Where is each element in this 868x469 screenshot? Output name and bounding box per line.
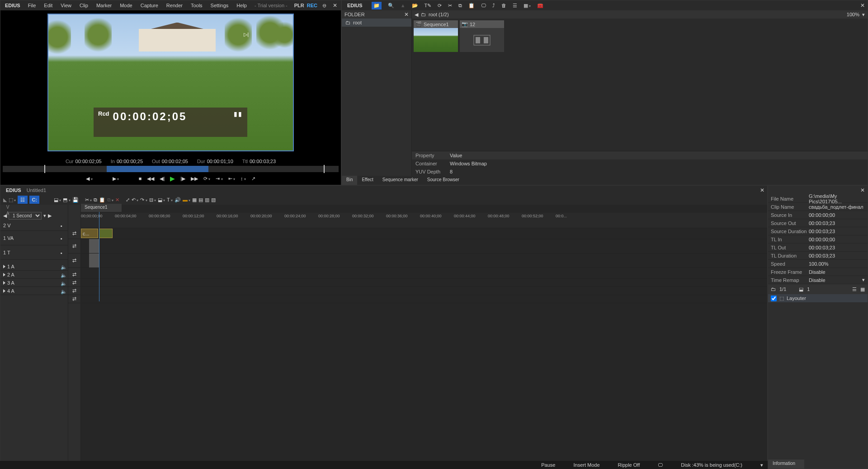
export-button[interactable]: ↗ xyxy=(251,176,255,182)
track-vol-icon[interactable]: 🔈 xyxy=(61,264,65,269)
menu-help[interactable]: Help xyxy=(233,3,250,8)
set-in-button[interactable]: ◀ xyxy=(86,176,92,182)
bin-clip-sequence1[interactable]: 🎬Sequence1 xyxy=(414,20,458,52)
folder-close-icon[interactable]: ✕ xyxy=(404,11,409,18)
tab-sequence-marker[interactable]: Sequence marker xyxy=(378,176,423,185)
tab-effect[interactable]: Effect xyxy=(357,176,377,185)
menu-tools[interactable]: Tools xyxy=(188,3,206,8)
timeline-clip-segment[interactable] xyxy=(89,239,99,253)
delete-icon[interactable]: 🗑 xyxy=(501,3,506,8)
out-value[interactable]: 00:00:02;05 xyxy=(162,159,188,164)
tl-tool1-icon[interactable]: ◣ xyxy=(3,197,7,203)
info-list-icon[interactable]: ☰ xyxy=(852,286,857,292)
tl-undo-icon[interactable]: ↶ xyxy=(132,197,138,203)
menu-view[interactable]: View xyxy=(57,3,75,8)
patch-1t[interactable]: ⇄ xyxy=(68,253,80,268)
menu-clip[interactable]: Clip xyxy=(76,3,91,8)
patch-1a[interactable]: ⇄ xyxy=(68,271,80,279)
view-mode-icon[interactable]: ▦ xyxy=(524,3,531,9)
open-icon[interactable]: 📂 xyxy=(412,3,418,9)
playhead[interactable] xyxy=(99,211,99,301)
set-out-button[interactable]: ▶ xyxy=(113,176,119,182)
tool-add-title-icon[interactable]: T✎ xyxy=(425,3,432,9)
timeline-ruler-area[interactable]: 00;00:00;00 00:00:04;00 00:00:08;00 00:0… xyxy=(81,205,767,469)
menu-marker[interactable]: Marker xyxy=(93,3,115,8)
back-icon[interactable]: ◀ xyxy=(415,12,418,18)
cut-icon[interactable]: ✂ xyxy=(448,3,452,9)
menu-edit[interactable]: Edit xyxy=(41,3,56,8)
track-header-4a[interactable]: 4 A🔈 xyxy=(0,287,68,295)
tl-group-icon[interactable]: ⊟ xyxy=(149,197,156,203)
track-vol-icon[interactable]: 🔈 xyxy=(61,289,65,293)
tl-save-icon[interactable]: 💾 xyxy=(72,197,79,203)
tl-render-icon[interactable]: ▬ xyxy=(183,197,190,202)
tl-paste-icon[interactable]: 📋 xyxy=(99,197,105,203)
tl-paste2-icon[interactable]: ⧉ xyxy=(107,197,113,203)
patch-4a[interactable]: ⇄ xyxy=(68,295,80,303)
close-icon[interactable]: ✕ xyxy=(331,1,339,9)
tool-properties-icon[interactable]: ⤴ xyxy=(492,3,495,8)
menu-file[interactable]: File xyxy=(25,3,39,8)
tl-copy-icon[interactable]: ⧉ xyxy=(94,197,97,203)
tl-layout4-icon[interactable]: ▧ xyxy=(211,197,216,203)
track-mute-icon[interactable]: ▪ xyxy=(61,250,65,255)
track-lane-1a[interactable] xyxy=(81,271,767,279)
track-lane-3a[interactable] xyxy=(81,287,767,295)
tl-redo-icon[interactable]: ↷ xyxy=(140,197,147,203)
bin-path-label[interactable]: root (1/2) xyxy=(429,12,449,17)
tool-register-icon[interactable]: 🖵 xyxy=(481,3,486,8)
track-header-1va[interactable]: 1 VA▪ xyxy=(0,231,68,245)
track-lane-2a[interactable] xyxy=(81,279,767,287)
tl-layout1-icon[interactable]: ▦ xyxy=(192,197,197,203)
folder-item-root[interactable]: 🗀 root xyxy=(342,19,411,27)
insert-button[interactable]: ⇥ xyxy=(216,176,222,182)
tl-ripple-icon[interactable]: ⬒ xyxy=(63,197,70,203)
toolbox-icon[interactable]: 🧰 xyxy=(537,3,543,9)
patch-1va[interactable]: ⇄ xyxy=(68,239,80,253)
timeline-ruler[interactable]: 00;00:00;00 00:00:04;00 00:00:08;00 00:0… xyxy=(81,213,767,228)
tl-tool2-icon[interactable]: ⬚ xyxy=(9,197,16,203)
bin-clip-12[interactable]: 📷12 xyxy=(460,20,504,52)
va-a-label[interactable]: A xyxy=(0,211,15,217)
cur-value[interactable]: 00:00:02;05 xyxy=(75,159,102,164)
close-tl-icon[interactable]: ✕ xyxy=(760,187,764,193)
tool-new-seq-icon[interactable]: ⟳ xyxy=(438,3,442,9)
close-bin-icon[interactable]: ✕ xyxy=(860,2,865,9)
info-grid-icon[interactable]: ▦ xyxy=(860,286,865,292)
tl-title-icon[interactable]: T xyxy=(167,197,173,202)
loop-button[interactable]: ⟳ xyxy=(203,176,210,182)
close-info-icon[interactable]: ✕ xyxy=(860,187,865,193)
rewind-button[interactable]: ◀◀ xyxy=(147,176,154,182)
track-mute-icon[interactable]: ▪ xyxy=(61,236,65,240)
menu-render[interactable]: Render xyxy=(163,3,186,8)
up-icon[interactable]: ▲ xyxy=(401,3,406,8)
scale-dd-icon[interactable]: ▾ xyxy=(43,213,46,219)
scale-right-icon[interactable]: ▶ xyxy=(48,213,52,219)
track-header-2v[interactable]: 2 V▪ xyxy=(0,220,68,231)
sequence-tab[interactable]: Sequence1 xyxy=(81,204,122,212)
next-frame-button[interactable]: |▶ xyxy=(180,176,185,182)
zoom-dropdown-icon[interactable]: ▾ xyxy=(862,12,865,18)
in-value[interactable]: 00:00:00;25 xyxy=(117,159,143,164)
search-icon[interactable]: 🔍 xyxy=(388,3,394,9)
tl-mode-insert[interactable]: C: xyxy=(29,196,39,204)
paste-icon[interactable]: 📋 xyxy=(468,3,475,9)
status-dd-icon[interactable]: ▾ xyxy=(760,462,763,468)
remap-dd-icon[interactable]: ▾ xyxy=(862,277,865,283)
track-header-1t[interactable]: 1 T▪ xyxy=(0,245,68,260)
menu-settings[interactable]: Settings xyxy=(208,3,232,8)
tl-link-icon[interactable]: ⬓ xyxy=(158,197,165,203)
replace-button[interactable]: ↕ xyxy=(241,176,246,181)
patch-2a[interactable]: ⇄ xyxy=(68,279,80,287)
prev-frame-button[interactable]: ◀| xyxy=(160,176,165,182)
dur-value[interactable]: 00:00:01;10 xyxy=(207,159,233,164)
track-lane-1t[interactable] xyxy=(81,253,767,268)
copy-icon[interactable]: ⧉ xyxy=(458,3,462,9)
va-v-label[interactable]: V xyxy=(0,205,15,211)
scrubber[interactable] xyxy=(3,166,339,172)
zoom-value[interactable]: 100% xyxy=(847,12,859,17)
patch-3a[interactable]: ⇄ xyxy=(68,287,80,295)
tab-source-browser[interactable]: Source Browser xyxy=(423,176,464,185)
folder-icon[interactable]: 📁 xyxy=(372,2,382,9)
preview-viewport[interactable]: Rcd 00:00:02;05 ▮▮ ▷| xyxy=(47,14,294,151)
